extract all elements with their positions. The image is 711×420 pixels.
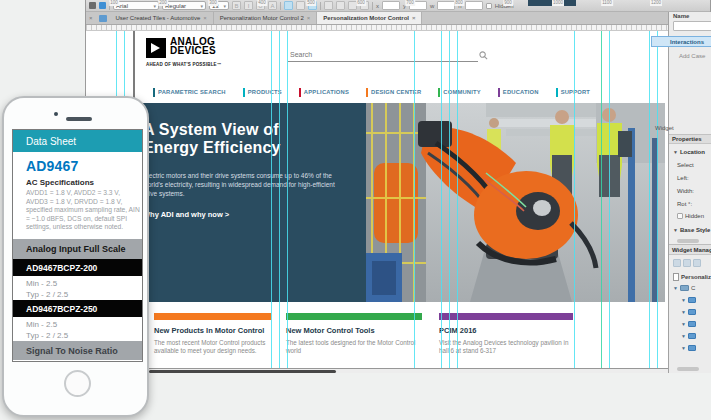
x-position-field[interactable] [382,1,400,10]
website-design-page: ANALOGDEVICES AHEAD OF WHAT'S POSSIBLE™ … [133,31,663,368]
horizontal-scrollbar[interactable] [86,368,669,373]
pages-icon[interactable] [96,12,110,24]
scrollbar-thumb[interactable] [149,370,336,373]
line-color-button[interactable] [336,1,345,10]
tab-personalization-motor-control[interactable]: Personalization Motor Control × [317,12,422,24]
location-section-header[interactable]: ▼Location [673,149,705,155]
nav-accent-bar [498,88,500,97]
font-family-select[interactable]: Arial▾ [113,1,159,10]
triangle-down-icon: ▼ [673,285,678,291]
datasheet-header: Data Sheet [13,130,142,152]
font-style-select[interactable]: Regular▾ [162,1,206,10]
guide[interactable] [649,31,650,368]
tree-item-page[interactable]: Personalization Motor Control [673,273,711,281]
model-values: Min - 2.5Typ - 2 / 2.5 [13,276,142,300]
widget-icon [688,297,696,303]
search-icon[interactable] [479,46,488,64]
panel-resize-handle[interactable] [677,239,699,243]
guide[interactable] [287,31,288,368]
chevron-down-icon: ▾ [223,3,226,9]
filter-icon[interactable] [673,259,681,267]
guide[interactable] [457,31,458,368]
widget-icon [688,333,696,339]
guide[interactable] [414,31,415,368]
tree-item-widget[interactable]: ▼ [681,297,696,303]
add-case-link[interactable]: Add Case [679,53,705,59]
tab-label: Personalization Motor Control 2 [220,15,304,21]
triangle-down-icon: ▼ [681,333,686,339]
card-title: New Products In Motor Control [154,326,271,335]
tree-item-widget[interactable]: ▼ [681,309,696,315]
model-values: Min - 2.5Typ - 2 / 2.5 [13,317,142,341]
hidden-checkbox[interactable] [677,213,683,219]
spec-section-title: AC Specifications [26,178,136,187]
sort-icon[interactable] [683,259,691,267]
align-left-button[interactable] [284,1,293,10]
hidden-checkbox[interactable] [486,3,492,9]
widget-name-field[interactable] [673,21,711,31]
nav-item-design-center[interactable]: DESIGN CENTER [366,88,421,97]
toolbar-separator [372,2,373,10]
guide[interactable] [609,31,610,368]
tab-personalization-motor-control-2[interactable]: Personalization Motor Control 2 × [214,12,318,24]
band-analog-input-full-scale: Analog Input Full Scale [13,239,142,259]
card-new-tools[interactable]: New Motor Control Tools The latest tools… [286,313,422,355]
guide[interactable] [441,31,442,368]
ruler-mark: 200 [158,0,168,6]
guide[interactable] [279,31,280,368]
tree-item-widget[interactable]: ▼ [681,321,696,327]
height-field[interactable] [465,1,483,10]
ruler-mark: 300 [208,0,218,6]
close-icon[interactable]: × [86,12,96,24]
tab-user-created-tiles[interactable]: User Created Tiles - Automotive × [110,12,214,24]
guide[interactable] [574,31,575,368]
tab-widget[interactable]: Widget [655,125,674,131]
nav-item-support[interactable]: SUPPORT [556,88,590,97]
close-tab-icon[interactable]: × [412,15,416,21]
design-canvas[interactable]: ANALOGDEVICES AHEAD OF WHAT'S POSSIBLE™ … [86,31,669,368]
tree-item-widget[interactable]: ▼ [681,333,696,339]
guide[interactable] [449,31,450,368]
width-field[interactable] [437,1,455,10]
triangle-down-icon: ▼ [681,345,686,351]
align-center-button[interactable] [296,1,305,10]
model-band: AD9467BCPZ-200 [13,259,142,276]
formatting-toolbar: Arial▾ Regular▾ 13▾ B I U A x y w h Hidd… [86,0,710,12]
phone-camera-icon [54,112,58,116]
guide[interactable] [657,31,658,368]
guide[interactable] [271,31,272,368]
nav-item-parametric-search[interactable]: PARAMETRIC SEARCH [153,88,226,97]
search-bar [288,43,488,62]
nav-item-products[interactable]: PRODUCTS [243,88,282,97]
x-field-label: x [376,3,379,9]
tree-item-widget[interactable]: ▼ [681,345,696,351]
format-painter-icon[interactable] [89,2,96,9]
nav-accent-bar [243,88,245,97]
close-tab-icon[interactable]: × [307,15,311,21]
guide[interactable] [601,31,602,368]
ruler-mark: 400 [257,0,267,6]
bold-button[interactable]: B [232,1,241,10]
card-new-products[interactable]: New Products In Motor Control The most r… [154,313,271,355]
paint-bucket-icon[interactable] [99,2,106,9]
tree-item-folder[interactable]: ▼ C [673,285,695,291]
card-pcim-2016[interactable]: PCIM 2016 Visit the Analog Devices techn… [439,313,573,355]
italic-button[interactable]: I [244,1,253,10]
close-tab-icon[interactable]: × [203,15,207,21]
tab-label: User Created Tiles - Automotive [116,15,201,21]
nav-item-applications[interactable]: APPLICATIONS [299,88,349,97]
card-accent-bar [286,313,422,320]
text-color-button[interactable]: A [268,1,277,10]
phone-mockup: Data Sheet AD9467 AC Specifications AVDD… [2,96,149,417]
nav-item-education[interactable]: EDUCATION [498,88,539,97]
search-icon[interactable] [693,259,701,267]
hidden-checkbox-row[interactable]: Hidden [677,213,704,219]
page-tab-bar: × User Created Tiles - Automotive × Pers… [86,12,710,25]
base-style-section-header[interactable]: ▼Base Style [673,227,710,233]
panel-resize-handle[interactable] [677,367,699,371]
hero-cta-link[interactable]: Why ADI and why now > [143,210,335,219]
tab-interactions[interactable]: Interactions [651,36,711,47]
triangle-down-icon: ▼ [681,321,686,327]
fill-color-button[interactable] [324,1,333,10]
nav-item-community[interactable]: COMMUNITY [438,88,481,97]
